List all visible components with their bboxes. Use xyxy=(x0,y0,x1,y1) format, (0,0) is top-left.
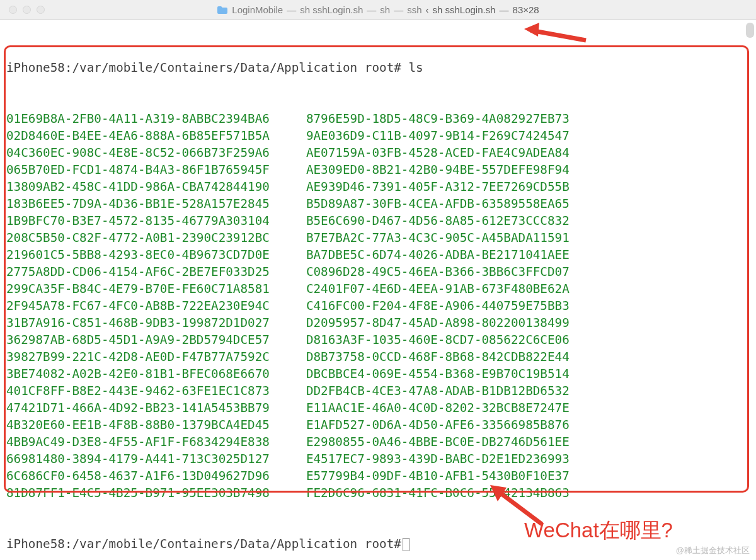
title-seg-1: sh xyxy=(380,4,390,15)
directory-entry: 401CF8FF-B8E2-443E-9462-63FE1EC1C873 xyxy=(6,382,270,399)
directory-entry: 6C686CF0-6458-4637-A1F6-13D049627D96 xyxy=(6,467,270,484)
directory-entry: BA7DBE5C-6D74-4026-ADBA-BE2171041AEE xyxy=(306,246,570,263)
cursor xyxy=(403,538,410,551)
prompt-user: root# xyxy=(365,60,401,75)
title-seg-2: ssh xyxy=(407,4,421,15)
directory-entry: 01E69B8A-2FB0-4A11-A319-8ABBC2394BA6 xyxy=(6,110,270,127)
title-folder: LoginMobile xyxy=(232,4,283,15)
directory-entry: 299CA35F-B84C-4E79-B70E-FE60C71A8581 xyxy=(6,280,270,297)
directory-entry: 183B6EE5-7D9A-4D36-BB1E-528A157E2845 xyxy=(6,195,270,212)
window-title: LoginMobile — sh sshLogin.sh — sh — ssh … xyxy=(0,4,756,15)
title-sep: — xyxy=(500,4,509,15)
folder-icon xyxy=(217,6,228,14)
prompt-host: iPhone58 xyxy=(6,60,65,75)
directory-entry: C2401F07-4E6D-4EEA-91AB-673F480BE62A xyxy=(306,280,570,297)
close-button[interactable] xyxy=(9,6,17,14)
title-seg-0: sh sshLogin.sh xyxy=(300,4,363,15)
titlebar[interactable]: LoginMobile — sh sshLogin.sh — sh — ssh … xyxy=(0,0,756,20)
directory-entry: E57799B4-09DF-4B10-AFB1-5430B0F10E37 xyxy=(306,467,570,484)
traffic-lights xyxy=(9,6,45,14)
title-sep: — xyxy=(367,4,376,15)
directory-entry: B5E6C690-D467-4D56-8A85-612E73CCC832 xyxy=(306,212,570,229)
directory-entry: 2775A8DD-CD06-4154-AF6C-2BE7EF033D25 xyxy=(6,263,270,280)
title-sep: — xyxy=(287,4,296,15)
directory-entry: DBCBBCE4-069E-4554-B368-E9B70C19B514 xyxy=(306,365,570,382)
directory-entry: D2095957-8D47-45AD-A898-802200138499 xyxy=(306,314,570,331)
directory-entry: 4B320E60-EE1B-4F8B-88B0-1379BCA4ED45 xyxy=(6,416,270,433)
directory-entry: 208C5B50-C82F-4772-A0B1-2390C23912BC xyxy=(6,229,270,246)
prompt-path: /var/mobile/Containers/Data/Application xyxy=(72,60,357,75)
directory-entry: 13809AB2-458C-41DD-986A-CBA742844190 xyxy=(6,178,270,195)
ls-column-left: 01E69B8A-2FB0-4A11-A319-8ABBC2394BA602D8… xyxy=(6,110,270,501)
directory-entry: 1B9BFC70-B3E7-4572-8135-46779A303104 xyxy=(6,212,270,229)
annotation-text: WeChat在哪里? xyxy=(524,517,673,545)
directory-entry: E4517EC7-9893-439D-BABC-D2E1ED236993 xyxy=(306,450,570,467)
directory-entry: 47421D71-466A-4D92-BB23-141A5453BB79 xyxy=(6,399,270,416)
terminal-window: LoginMobile — sh sshLogin.sh — sh — ssh … xyxy=(0,0,756,560)
directory-entry: 39827B99-221C-42D8-AE0D-F47B77A7592C xyxy=(6,348,270,365)
ls-column-right: 8796E59D-18D5-48C9-B369-4A082927EB739AE0… xyxy=(306,110,570,501)
directory-entry: 065B70ED-FCD1-4874-B4A3-86F1B765945F xyxy=(6,161,270,178)
directory-entry: 31B7A916-C851-468B-9DB3-199872D1D027 xyxy=(6,314,270,331)
title-sep: — xyxy=(394,4,403,15)
prompt-host: iPhone58 xyxy=(6,537,65,551)
directory-entry: 362987AB-68D5-45D1-A9A9-2BD5794DCE57 xyxy=(6,331,270,348)
command-text: ls xyxy=(408,60,423,75)
directory-entry: 8796E59D-18D5-48C9-B369-4A082927EB73 xyxy=(306,110,570,127)
directory-entry: B5D89A87-30FB-4CEA-AFDB-63589558EA65 xyxy=(306,195,570,212)
directory-entry: E1AFD527-0D6A-4D50-AFE6-33566985B876 xyxy=(306,416,570,433)
directory-entry: E11AAC1E-46A0-4C0D-8202-32BCB8E7247E xyxy=(306,399,570,416)
title-dims: 83×28 xyxy=(513,4,539,15)
directory-entry: D8B73758-0CCD-468F-8B68-842CDB822E44 xyxy=(306,348,570,365)
directory-entry: C416FC00-F204-4F8E-A906-440759E75BB3 xyxy=(306,297,570,314)
directory-entry: 4BB9AC49-D3E8-4F55-AF1F-F6834294E838 xyxy=(6,433,270,450)
terminal-area[interactable]: iPhone58:/var/mobile/Containers/Data/App… xyxy=(0,20,756,560)
tab-indicator-icon: ‹ xyxy=(425,4,428,15)
directory-entry: AE939D46-7391-405F-A312-7EE7269CD55B xyxy=(306,178,570,195)
directory-entry: 81D87FF1-E4C5-4B25-B971-95EE303B7498 xyxy=(6,484,270,501)
directory-entry: DD2FB4CB-4CE3-47A8-ADAB-B1DB12BD6532 xyxy=(306,382,570,399)
directory-entry: D8163A3F-1035-460E-8CD7-085622C6CE06 xyxy=(306,331,570,348)
watermark: @稀土掘金技术社区 xyxy=(676,545,750,556)
directory-entry: 04C360EC-908C-4E8E-8C52-066B73F259A6 xyxy=(6,144,270,161)
prompt-user: root# xyxy=(365,537,401,551)
directory-entry: 9AE036D9-C11B-4097-9B14-F269C7424547 xyxy=(306,127,570,144)
directory-entry: 66981480-3894-4179-A441-713C3025D127 xyxy=(6,450,270,467)
directory-entry: 2F945A78-FC67-4FC0-AB8B-722EA230E94C xyxy=(6,297,270,314)
directory-entry: C0896D28-49C5-46EA-B366-3BB6C3FFCD07 xyxy=(306,263,570,280)
directory-entry: AE07159A-03FB-4528-ACED-FAE4C9ADEA84 xyxy=(306,144,570,161)
ls-output: 01E69B8A-2FB0-4A11-A319-8ABBC2394BA602D8… xyxy=(6,110,570,501)
directory-entry: 219601C5-5BB8-4293-8EC0-4B9673CD7D0E xyxy=(6,246,270,263)
minimize-button[interactable] xyxy=(23,6,31,14)
directory-entry: B7E7BA2C-77A3-4C3C-905C-A45BADA11591 xyxy=(306,229,570,246)
directory-entry: FE2D6C96-6831-41FC-B0C6-55942134B863 xyxy=(306,484,570,501)
directory-entry: AE309ED0-8B21-42B0-94BE-557DEFE98F94 xyxy=(306,161,570,178)
directory-entry: 3BE74082-A02B-42E0-81B1-BFEC068E6670 xyxy=(6,365,270,382)
prompt-line-1: iPhone58:/var/mobile/Containers/Data/App… xyxy=(6,59,750,76)
directory-entry: 02D8460E-B4EE-4EA6-888A-6B85EF571B5A xyxy=(6,127,270,144)
title-active-seg: sh sshLogin.sh xyxy=(432,4,495,15)
directory-entry: E2980855-0A46-4BBE-BC0E-DB2746D561EE xyxy=(306,433,570,450)
prompt-path: /var/mobile/Containers/Data/Application xyxy=(72,537,357,551)
scrollbar[interactable] xyxy=(746,23,754,38)
maximize-button[interactable] xyxy=(37,6,45,14)
